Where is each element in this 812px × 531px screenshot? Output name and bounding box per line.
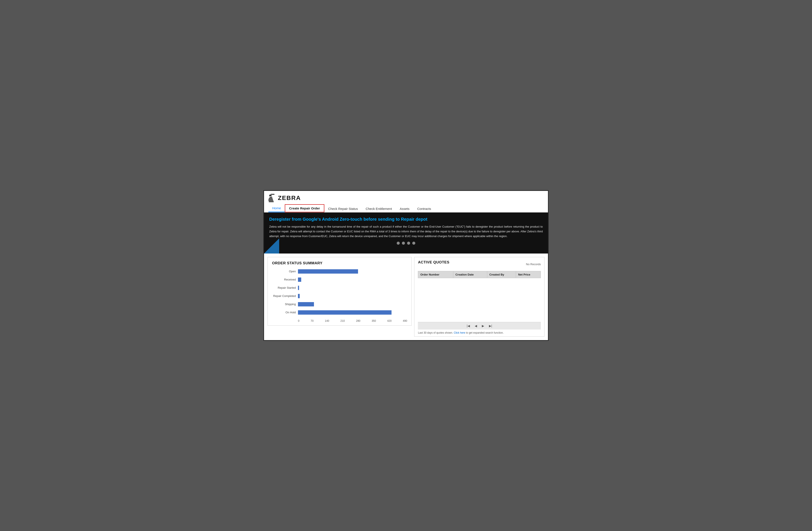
pagination-last[interactable]: ▶| xyxy=(488,324,493,328)
announcement-banner: Deregister from Google's Android Zero-to… xyxy=(264,212,548,253)
banner-dots xyxy=(269,242,543,245)
logo-text: ZEBRA xyxy=(278,194,301,202)
nav-create-repair-order[interactable]: Create Repair Order xyxy=(285,204,324,212)
banner-title: Deregister from Google's Android Zero-to… xyxy=(269,217,543,222)
bar-label: Repair Completed xyxy=(272,294,298,298)
quotes-table-head: Order Number Creation Date Created By Ne… xyxy=(418,271,541,278)
bar-row: Repair Started xyxy=(272,286,407,290)
quotes-footer-text: Last 30 days of quotes shown. xyxy=(418,331,453,334)
banner-body: Zebra will not be responsible for any de… xyxy=(269,224,543,239)
active-quotes-section: ACTIVE QUOTES No Records Order Number Cr… xyxy=(414,257,545,337)
bar-label: Shipping xyxy=(272,303,298,306)
carousel-dot-1[interactable] xyxy=(397,242,400,245)
nav-check-entitlement[interactable]: Check Entitlement xyxy=(362,205,396,212)
col-order-number: Order Number xyxy=(418,271,453,278)
bars-wrapper xyxy=(298,302,407,306)
bar-row: Received xyxy=(272,278,407,282)
x-axis-tick: 0 xyxy=(298,319,300,322)
nav-contracts[interactable]: Contracts xyxy=(414,205,435,212)
quotes-footer-suffix: to get expanded search function. xyxy=(465,331,504,334)
bar-fill xyxy=(298,302,314,306)
order-status-title: ORDER STATUS SUMMARY xyxy=(272,261,407,265)
bar-row: Shipping xyxy=(272,302,407,306)
banner-triangle-decoration xyxy=(264,238,279,253)
col-created-by: Created By xyxy=(487,271,516,278)
nav-home[interactable]: Home xyxy=(269,205,285,212)
nav-check-repair-status[interactable]: Check Repair Status xyxy=(324,205,362,212)
bar-fill xyxy=(298,278,301,282)
pagination-first[interactable]: |◀ xyxy=(466,324,471,328)
quotes-footer: Last 30 days of quotes shown. Click here… xyxy=(418,331,541,334)
quotes-empty-row xyxy=(418,278,541,321)
carousel-dot-4[interactable] xyxy=(412,242,415,245)
order-status-summary: ORDER STATUS SUMMARY OpenReceivedRepair … xyxy=(267,257,411,326)
main-content: ORDER STATUS SUMMARY OpenReceivedRepair … xyxy=(264,253,548,340)
bar-row: Repair Completed xyxy=(272,294,407,298)
pagination-next[interactable]: ▶ xyxy=(481,324,485,328)
x-axis-tick: 140 xyxy=(325,319,329,322)
pagination-prev[interactable]: ◀ xyxy=(474,324,478,328)
bar-row: On Hold xyxy=(272,310,407,315)
x-axis-tick: 210 xyxy=(340,319,345,322)
main-window: ZEBRA Home Create Repair Order Check Rep… xyxy=(263,190,549,341)
col-net-price: Net Price xyxy=(516,271,541,278)
quotes-header: ACTIVE QUOTES No Records xyxy=(418,260,541,268)
bar-label: Received xyxy=(272,278,298,281)
bar-label: On Hold xyxy=(272,311,298,314)
bar-fill xyxy=(298,294,300,298)
carousel-dot-2[interactable] xyxy=(402,242,405,245)
no-records-label: No Records xyxy=(526,263,541,266)
nav-assets[interactable]: Assets xyxy=(396,205,414,212)
logo-area: ZEBRA xyxy=(269,194,543,202)
x-axis-labels: 070140210280350420490 xyxy=(298,319,407,322)
x-axis-tick: 350 xyxy=(372,319,376,322)
quotes-header-row: Order Number Creation Date Created By Ne… xyxy=(418,271,541,278)
x-axis-tick: 280 xyxy=(356,319,360,322)
carousel-dot-3[interactable] xyxy=(407,242,410,245)
quotes-table: Order Number Creation Date Created By Ne… xyxy=(418,271,541,321)
col-creation-date: Creation Date xyxy=(453,271,487,278)
x-axis-tick: 420 xyxy=(387,319,392,322)
bars-wrapper xyxy=(298,269,407,274)
bars-wrapper xyxy=(298,294,407,298)
x-axis-tick: 70 xyxy=(311,319,314,322)
bar-label: Open xyxy=(272,270,298,273)
header: ZEBRA Home Create Repair Order Check Rep… xyxy=(264,191,548,212)
pagination-bar: |◀ ◀ ▶ ▶| xyxy=(418,322,541,329)
quotes-table-body xyxy=(418,278,541,321)
quotes-footer-link[interactable]: Click here xyxy=(454,331,465,334)
bar-fill xyxy=(298,269,358,274)
zebra-logo-icon xyxy=(269,194,278,202)
bar-row: Open xyxy=(272,269,407,274)
bar-chart: OpenReceivedRepair StartedRepair Complet… xyxy=(272,269,407,315)
bar-fill xyxy=(298,286,299,290)
quotes-title: ACTIVE QUOTES xyxy=(418,260,449,265)
bars-wrapper xyxy=(298,286,407,290)
x-axis-tick: 490 xyxy=(403,319,407,322)
bars-wrapper xyxy=(298,278,407,282)
bar-label: Repair Started xyxy=(272,286,298,289)
navigation: Home Create Repair Order Check Repair St… xyxy=(269,204,543,212)
bars-wrapper xyxy=(298,310,407,315)
bar-fill xyxy=(298,310,392,315)
